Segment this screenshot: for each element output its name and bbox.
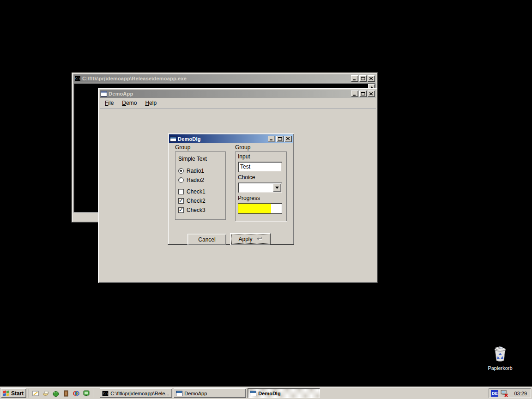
taskbar-divider[interactable] — [93, 389, 94, 398]
desktop-document-icon[interactable] — [31, 389, 40, 398]
menu-file[interactable]: File — [102, 99, 117, 107]
system-tray: DE 03:29 — [489, 388, 531, 398]
task-label: C:\fltk\prj\demoapp\Rele... — [110, 391, 169, 396]
apply-label: Apply — [238, 236, 252, 242]
demodlg-title: DemoDlg — [178, 136, 266, 142]
close-button[interactable] — [284, 136, 292, 142]
recycle-bin-label: Papierkorb — [483, 365, 517, 371]
window-icon — [176, 391, 182, 396]
task-label: DemoDlg — [258, 391, 280, 396]
input-field[interactable]: Test — [238, 162, 282, 172]
close-button[interactable] — [368, 75, 375, 82]
network-offline-icon[interactable] — [500, 389, 508, 397]
console-titlebar[interactable]: C:\ C:\fltk\prj\demoapp\Release\demoapp.… — [73, 74, 376, 83]
console-icon: C:\ — [74, 76, 81, 81]
start-button[interactable]: Start — [1, 388, 26, 398]
demodlg-titlebar[interactable]: DemoDlg — [169, 134, 293, 143]
cancel-label: Cancel — [198, 236, 215, 243]
picture-door-icon[interactable] — [61, 389, 71, 398]
task-button-console[interactable]: C:\ C:\fltk\prj\demoapp\Rele... — [100, 388, 172, 398]
console-icon: C:\ — [102, 391, 109, 396]
check1-label: Check1 — [187, 188, 206, 195]
maximize-button[interactable] — [359, 75, 367, 82]
chevron-down-icon — [275, 187, 279, 189]
maximize-button[interactable] — [359, 91, 367, 97]
window-icon — [101, 91, 107, 97]
task-button-demoapp[interactable]: DemoApp — [174, 388, 246, 398]
radio2-label: Radio2 — [187, 177, 204, 183]
windows-flag-icon — [3, 390, 10, 396]
simple-text-label: Simple Text — [178, 156, 207, 162]
close-button[interactable] — [368, 91, 375, 97]
start-label: Start — [11, 390, 24, 397]
keyboard-layout-indicator[interactable]: DE — [491, 390, 498, 397]
taskbar-divider[interactable] — [28, 389, 29, 398]
maximize-button[interactable] — [276, 136, 284, 142]
menu-help[interactable]: Help — [142, 99, 160, 107]
menu-bar: File Demo Help — [100, 98, 376, 109]
task-button-demodlg[interactable]: DemoDlg — [248, 388, 320, 398]
demodlg-window: DemoDlg Group Simple Text Radio1 Radio2 … — [168, 133, 294, 245]
progress-bar — [238, 203, 282, 214]
color-loop-icon[interactable] — [72, 389, 81, 398]
right-group-label: Group — [235, 144, 250, 151]
input-label: Input — [238, 153, 250, 160]
return-arrow-icon — [255, 237, 262, 242]
console-title: C:\fltk\prj\demoapp\Release\demoapp.exe — [82, 76, 350, 81]
radio1[interactable]: Radio1 — [178, 168, 204, 174]
demoapp-title: DemoApp — [109, 91, 350, 97]
checkbox-icon[interactable]: ✓ — [178, 207, 184, 213]
check2-label: Check2 — [187, 198, 206, 204]
check3[interactable]: ✓ Check3 — [178, 207, 206, 213]
hand-note-icon[interactable] — [41, 389, 50, 398]
choice-label: Choice — [238, 174, 255, 181]
demoapp-titlebar[interactable]: DemoApp — [100, 90, 376, 98]
radio1-label: Radio1 — [187, 168, 204, 174]
taskbar: Start C:\ C:\fltk\prj\demoapp\Rele... De… — [0, 387, 532, 399]
apply-button[interactable]: Apply — [230, 233, 271, 245]
check1[interactable]: ✓ Check1 — [178, 188, 206, 195]
left-group-label: Group — [175, 144, 190, 151]
taskbar-clock[interactable]: 03:29 — [510, 391, 527, 396]
radio2[interactable]: Radio2 — [178, 177, 204, 183]
minimize-button[interactable] — [351, 75, 358, 82]
recycle-bin-icon[interactable] — [492, 346, 508, 362]
window-icon — [250, 391, 256, 396]
progress-fill — [238, 204, 271, 213]
green-terminal-icon[interactable] — [82, 389, 91, 398]
checkbox-icon[interactable]: ✓ — [178, 198, 184, 204]
dropdown-button[interactable] — [273, 183, 281, 192]
window-icon — [170, 136, 176, 142]
cancel-button[interactable]: Cancel — [187, 234, 226, 245]
minimize-button[interactable] — [351, 91, 358, 97]
radio-icon[interactable] — [178, 168, 184, 174]
minimize-button[interactable] — [268, 136, 275, 142]
progress-label: Progress — [238, 195, 260, 201]
green-creature-icon[interactable] — [51, 389, 60, 398]
menu-demo[interactable]: Demo — [119, 99, 140, 107]
task-label: DemoApp — [184, 391, 207, 396]
radio-icon[interactable] — [178, 177, 184, 183]
check3-label: Check3 — [187, 207, 206, 213]
choice-dropdown[interactable] — [238, 182, 282, 193]
check2[interactable]: ✓ Check2 — [178, 198, 206, 204]
recycle-bin-shortcut[interactable]: Papierkorb — [483, 346, 517, 371]
choice-value — [238, 183, 272, 193]
checkbox-icon[interactable]: ✓ — [178, 189, 184, 194]
